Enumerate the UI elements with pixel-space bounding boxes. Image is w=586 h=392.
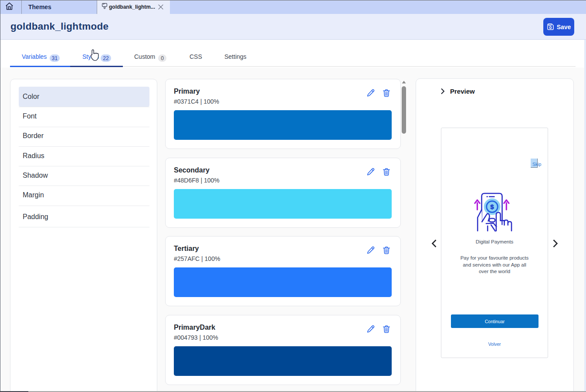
- svg-text:$: $: [490, 203, 494, 210]
